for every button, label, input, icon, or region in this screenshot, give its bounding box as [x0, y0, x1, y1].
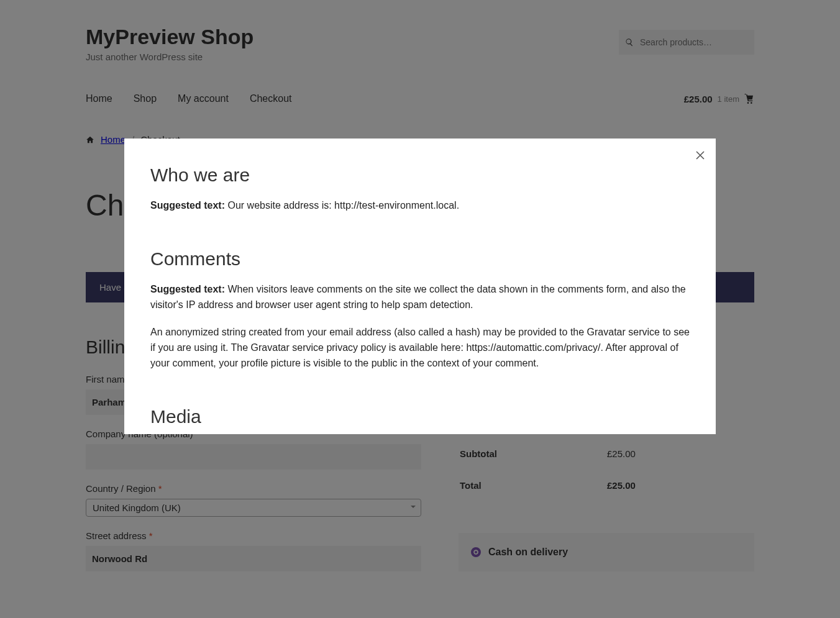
close-icon [696, 151, 705, 160]
modal-p-comments-1: Suggested text: When visitors leave comm… [150, 282, 690, 313]
modal-overlay[interactable]: Who we are Suggested text: Our website a… [0, 0, 840, 618]
modal-p-comments-2: An anonymized string created from your e… [150, 325, 690, 371]
privacy-policy-modal: Who we are Suggested text: Our website a… [124, 139, 716, 434]
close-button[interactable] [696, 148, 705, 163]
modal-heading-comments: Comments [150, 248, 690, 270]
modal-heading-who: Who we are [150, 165, 690, 186]
modal-p-who: Suggested text: Our website address is: … [150, 198, 690, 214]
modal-heading-media: Media [150, 406, 690, 427]
